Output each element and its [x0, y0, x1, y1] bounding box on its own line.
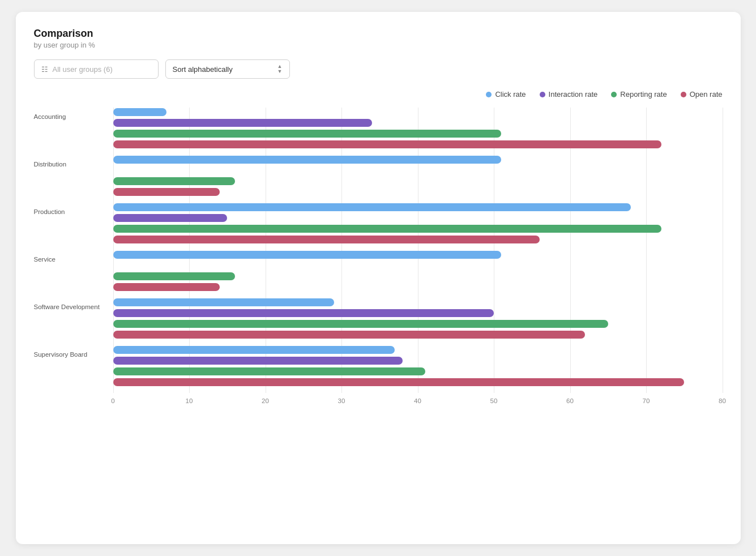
bar-reporting-1 — [113, 177, 235, 185]
chart-subtitle: by user group in % — [34, 41, 723, 49]
bar-row-4-1 — [113, 309, 723, 318]
bar-row-4-2 — [113, 319, 723, 328]
group-label-4: Software Development — [34, 299, 110, 310]
x-tick-10: 10 — [186, 397, 193, 404]
bar-reporting-2 — [113, 225, 661, 233]
filter-dropdown[interactable]: ☷ All user groups (6) — [34, 59, 159, 79]
legend-item-interaction: Interaction rate — [540, 90, 598, 99]
bar-row-3-2 — [113, 272, 723, 281]
bar-click-2 — [113, 203, 631, 211]
sort-dropdown[interactable]: Sort alphabetically ▲ ▼ — [165, 59, 290, 79]
legend-item-open: Open rate — [681, 90, 723, 99]
legend-label-click: Click rate — [495, 90, 526, 99]
sort-label: Sort alphabetically — [173, 65, 233, 74]
group-0: Accounting — [113, 108, 723, 153]
bar-click-3 — [113, 251, 502, 259]
bar-reporting-5 — [113, 367, 425, 375]
bar-row-2-0 — [113, 203, 723, 212]
controls-row: ☷ All user groups (6) Sort alphabeticall… — [34, 59, 723, 79]
legend-dot-open — [681, 92, 686, 97]
bar-interaction-4 — [113, 309, 494, 317]
bar-row-1-3 — [113, 187, 723, 196]
legend-dot-reporting — [611, 92, 617, 97]
bar-row-5-1 — [113, 356, 723, 365]
bar-row-4-0 — [113, 298, 723, 307]
chart-inner: AccountingDistributionProductionServiceS… — [34, 108, 723, 393]
x-tick-70: 70 — [643, 397, 650, 404]
chart-area: AccountingDistributionProductionServiceS… — [34, 108, 723, 409]
bar-click-0 — [113, 108, 166, 116]
x-tick-80: 80 — [719, 397, 726, 404]
group-1: Distribution — [113, 155, 723, 200]
group-2: Production — [113, 203, 723, 248]
comparison-card: Comparison by user group in % ☷ All user… — [16, 12, 741, 544]
bar-interaction-0 — [113, 119, 372, 127]
filter-label: All user groups (6) — [53, 65, 113, 74]
filter-icon: ☷ — [41, 65, 48, 74]
legend-label-open: Open rate — [690, 90, 723, 99]
bar-click-4 — [113, 298, 334, 306]
bar-row-2-2 — [113, 224, 723, 233]
legend: Click rate Interaction rate Reporting ra… — [34, 90, 723, 99]
x-tick-30: 30 — [338, 397, 345, 404]
bar-open-0 — [113, 140, 661, 148]
group-4: Software Development — [113, 298, 723, 343]
bar-reporting-0 — [113, 130, 502, 138]
legend-label-interaction: Interaction rate — [549, 90, 598, 99]
x-tick-0: 0 — [111, 397, 114, 404]
bar-row-4-3 — [113, 330, 723, 339]
group-label-0: Accounting — [34, 109, 110, 120]
bar-row-1-2 — [113, 177, 723, 186]
bar-row-1-0 — [113, 155, 723, 164]
group-label-2: Production — [34, 204, 110, 215]
bar-open-1 — [113, 188, 220, 196]
bar-row-2-1 — [113, 213, 723, 223]
x-tick-20: 20 — [262, 397, 269, 404]
bar-click-5 — [113, 346, 395, 354]
bar-row-3-3 — [113, 283, 723, 292]
bar-open-5 — [113, 378, 685, 386]
x-tick-50: 50 — [490, 397, 498, 404]
bar-interaction-5 — [113, 357, 403, 365]
group-label-3: Service — [34, 251, 110, 263]
grid-line-80 — [723, 108, 723, 393]
bar-open-3 — [113, 283, 220, 291]
bar-row-5-2 — [113, 367, 723, 376]
bar-row-3-0 — [113, 250, 723, 259]
bar-open-2 — [113, 236, 540, 243]
legend-dot-interaction — [540, 92, 545, 97]
bar-reporting-4 — [113, 320, 608, 328]
bar-reporting-3 — [113, 272, 235, 280]
bar-row-0-2 — [113, 129, 723, 138]
chart-title: Comparison — [34, 28, 723, 40]
bar-click-1 — [113, 156, 502, 164]
legend-dot-click — [486, 92, 492, 97]
legend-item-click: Click rate — [486, 90, 526, 99]
bar-interaction-2 — [113, 214, 228, 222]
group-5: Supervisory Board — [113, 345, 723, 391]
bar-row-0-0 — [113, 108, 723, 117]
bars-area: AccountingDistributionProductionServiceS… — [113, 108, 723, 393]
bar-row-0-1 — [113, 118, 723, 127]
x-tick-40: 40 — [414, 397, 421, 404]
bar-row-0-3 — [113, 140, 723, 149]
sort-arrows-icon: ▲ ▼ — [277, 64, 283, 74]
bar-row-5-3 — [113, 378, 723, 387]
bar-row-5-0 — [113, 345, 723, 354]
bar-row-2-3 — [113, 235, 723, 244]
bar-open-4 — [113, 331, 586, 339]
legend-item-reporting: Reporting rate — [611, 90, 667, 99]
x-tick-60: 60 — [566, 397, 574, 404]
group-label-5: Supervisory Board — [34, 347, 110, 358]
legend-label-reporting: Reporting rate — [620, 90, 667, 99]
group-3: Service — [113, 250, 723, 296]
group-label-1: Distribution — [34, 156, 110, 168]
